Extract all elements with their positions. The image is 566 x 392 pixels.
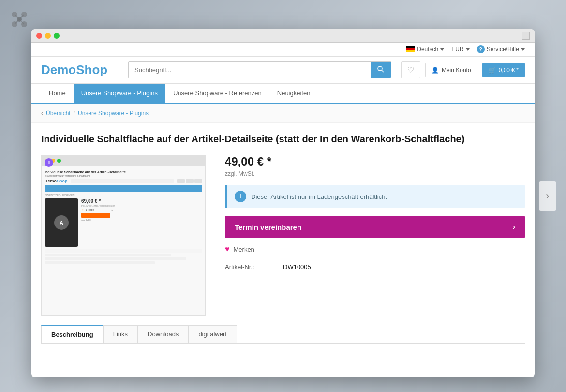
nav-home[interactable]: Home [41,84,74,104]
account-label: Mein Konto [442,67,471,74]
main-content: Individuelle Schaltfläche auf der Artike… [31,123,535,353]
search-button[interactable] [371,62,391,78]
appointment-button-label: Termin vereinbaren [235,223,301,231]
nav-neuigkeiten[interactable]: Neuigkeiten [269,84,318,104]
breadcrumb: ‹ Übersicht / Unsere Shopware - Plugins [31,104,535,123]
header-actions: ♡ 👤 Mein Konto 🛒 0,00 € * [401,61,525,78]
title-bar [31,29,535,43]
app-icon [10,10,29,29]
service-chevron-icon [521,48,525,51]
search-input[interactable] [129,62,371,78]
language-chevron-icon [440,48,444,51]
article-nr-row: Artikel-Nr.: DW10005 [225,263,525,271]
logo-shop: Shop [76,62,107,77]
next-arrow-icon: › [546,190,549,202]
tab-links[interactable]: Links [103,325,138,343]
search-bar [128,61,391,78]
header: DemoShop ♡ 👤 Mein Konto [31,57,535,84]
close-dot[interactable] [36,33,42,39]
svg-line-10 [382,70,384,72]
cart-label: 0,00 € * [499,67,519,74]
service-link[interactable]: ? Service/Hilfe [477,45,525,53]
minimize-dot[interactable] [45,33,51,39]
breadcrumb-current: Unsere Shopware - Plugins [78,110,149,117]
product-title: Individuelle Schaltfläche auf der Artike… [41,133,525,145]
product-info: 49,00 € * zzgl. MwSt. i Dieser Artikel i… [225,155,525,316]
logo-demo: Demo [41,62,76,77]
article-nr-value: DW10005 [283,263,311,271]
article-nr-label: Artikel-Nr.: [225,263,273,271]
heart-icon: ♡ [407,65,414,75]
appointment-button-arrow-icon: › [513,223,515,231]
nav-bar: Home Unsere Shopware - Plugins Unsere Sh… [31,84,535,104]
store-only-message: Dieser Artikel ist nur im Ladengeschäft … [251,193,387,200]
product-price: 49,00 € * [225,155,525,168]
appointment-button[interactable]: Termin vereinbaren › [225,216,525,238]
breadcrumb-separator: / [74,110,75,117]
question-icon: ? [477,45,485,53]
product-tax-note: zzgl. MwSt. [225,170,525,177]
svg-point-9 [378,66,382,71]
tab-downloads[interactable]: Downloads [137,325,189,343]
article-details: Artikel-Nr.: DW10005 [225,263,525,271]
service-label: Service/Hilfe [487,46,519,53]
cart-button[interactable]: 🛒 0,00 € * [482,63,525,77]
tab-digitalwert[interactable]: digitalwert [188,325,237,343]
logo[interactable]: DemoShop [41,62,119,77]
browser-window: Deutsch EUR ? Service/Hilfe DemoShop [31,29,535,377]
cart-icon: 🛒 [489,67,496,74]
wishlist-button[interactable]: ♡ [401,61,420,78]
maximize-dot[interactable] [54,33,60,39]
search-icon [377,66,384,73]
merken-button[interactable]: ♥ Merken [225,245,525,254]
top-bar: Deutsch EUR ? Service/Hilfe [31,43,535,57]
currency-selector[interactable]: EUR [451,46,469,53]
product-image-container: 🖥 Individuelle Schaltfläche auf der Arti… [41,155,206,316]
user-icon: 👤 [432,67,439,74]
tab-beschreibung[interactable]: Beschreibung [41,325,104,343]
heart-filled-icon: ♥ [225,245,230,254]
store-only-info-box: i Dieser Artikel ist nur im Ladengeschäf… [225,185,525,208]
store-content: Deutsch EUR ? Service/Hilfe DemoShop [31,43,535,377]
de-flag-icon [406,46,415,52]
language-selector[interactable]: Deutsch [406,46,444,53]
merken-label: Merken [234,246,254,253]
next-arrow-button[interactable]: › [539,181,556,211]
breadcrumb-back-arrow: ‹ [41,110,43,117]
info-icon: i [235,191,246,202]
language-label: Deutsch [417,46,438,53]
account-button[interactable]: 👤 Mein Konto [425,63,477,77]
nav-referenzen[interactable]: Unsere Shopware - Referenzen [165,84,269,104]
window-close-button[interactable] [522,32,530,40]
mini-browser-mockup: 🖥 Individuelle Schaltfläche auf der Arti… [42,155,205,315]
product-image: 🖥 Individuelle Schaltfläche auf der Arti… [42,155,205,315]
breadcrumb-back-link[interactable]: Übersicht [46,110,71,117]
product-tabs: Beschreibung Links Downloads digitalwert [41,325,525,344]
product-layout: 🖥 Individuelle Schaltfläche auf der Arti… [41,155,525,316]
currency-label: EUR [451,46,463,53]
currency-chevron-icon [466,48,470,51]
nav-plugins[interactable]: Unsere Shopware - Plugins [74,84,165,104]
